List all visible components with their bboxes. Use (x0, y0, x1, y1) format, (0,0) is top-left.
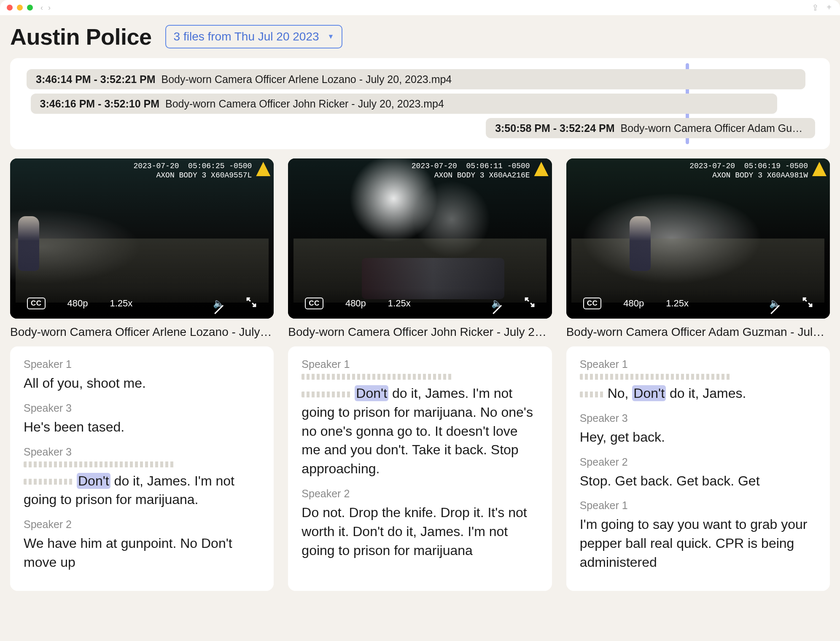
mute-button[interactable] (213, 298, 224, 309)
page-title: Austin Police (10, 24, 152, 50)
video-timestamp-overlay: 2023-07-20 05:06:25 -0500AXON BODY 3 X60… (133, 162, 252, 180)
transcript-segment[interactable]: Speaker 2Stop. Get back. Get back. Get (580, 456, 816, 491)
utterance-text: Do not. Drop the knife. Drop it. It's no… (302, 503, 538, 560)
mute-button[interactable] (491, 298, 502, 309)
video-controls: CC480p1.25x (288, 288, 552, 319)
transcript-segment[interactable]: Speaker 3Hey, get back. (580, 412, 816, 447)
timeline-clip-time: 3:46:14 PM - 3:52:21 PM (36, 73, 155, 86)
waveform-icon (302, 374, 453, 380)
timeline-clip-name: Body-worn Camera Officer John Ricker - J… (165, 98, 444, 110)
highlighted-word: Don't (632, 385, 666, 401)
speaker-label: Speaker 3 (24, 402, 260, 414)
fade-overlay (288, 566, 552, 591)
waveform-icon (24, 479, 74, 485)
waveform-icon (580, 374, 732, 380)
add-button[interactable]: + (827, 3, 832, 13)
quality-button[interactable]: 480p (345, 298, 366, 309)
chevron-down-icon: ▼ (328, 33, 334, 40)
timeline-clip[interactable]: 3:46:16 PM - 3:52:10 PMBody-worn Camera … (31, 94, 778, 114)
timeline-clip[interactable]: 3:50:58 PM - 3:52:24 PMBody-worn Camera … (486, 118, 815, 138)
minimize-window-button[interactable] (17, 5, 23, 11)
transcript-panel[interactable]: Speaker 1Don't do it, James. I'm not goi… (288, 346, 552, 591)
speaker-label: Speaker 2 (302, 488, 538, 500)
transcript-panel[interactable]: Speaker 1All of you, shoot me.Speaker 3H… (10, 346, 274, 591)
speed-button[interactable]: 1.25x (666, 298, 689, 309)
timeline-clip-name: Body-worn Camera Officer Arlene Lozano -… (161, 73, 452, 86)
window-titlebar: ‹ › ⇪ + (0, 0, 840, 15)
quality-button[interactable]: 480p (67, 298, 88, 309)
utterance-text: Hey, get back. (580, 428, 816, 447)
waveform-icon (302, 392, 352, 397)
highlighted-word: Don't (355, 385, 388, 401)
utterance-text: All of you, shoot me. (24, 374, 260, 393)
speaker-label: Speaker 1 (580, 499, 816, 512)
maximize-window-button[interactable] (27, 5, 33, 11)
video-player[interactable]: 2023-07-20 05:06:25 -0500AXON BODY 3 X60… (10, 158, 274, 319)
video-title: Body-worn Camera Officer Arlene Lozano -… (10, 325, 274, 339)
utterance-text: I'm going to say you want to grab your p… (580, 515, 816, 571)
speaker-label: Speaker 1 (24, 358, 260, 370)
video-card: 2023-07-20 05:06:25 -0500AXON BODY 3 X60… (10, 158, 274, 591)
volume-muted-icon (491, 298, 503, 308)
transcript-segment[interactable]: Speaker 3Don't do it, James. I'm not goi… (24, 446, 260, 510)
speaker-label: Speaker 3 (580, 412, 816, 424)
timeline-row: 3:50:58 PM - 3:52:24 PMBody-worn Camera … (19, 118, 821, 138)
transcript-segment[interactable]: Speaker 2We have him at gunpoint. No Don… (24, 518, 260, 572)
timeline-row: 3:46:14 PM - 3:52:21 PMBody-worn Camera … (19, 69, 821, 89)
video-card: 2023-07-20 05:06:19 -0500AXON BODY 3 X60… (566, 158, 830, 591)
fade-overlay (566, 566, 830, 591)
captions-button[interactable]: CC (305, 298, 323, 309)
speed-button[interactable]: 1.25x (388, 298, 411, 309)
traffic-lights (7, 5, 33, 11)
video-timestamp-overlay: 2023-07-20 05:06:19 -0500AXON BODY 3 X60… (689, 162, 808, 180)
timeline-row: 3:46:16 PM - 3:52:10 PMBody-worn Camera … (19, 94, 821, 114)
timeline: 3:46:14 PM - 3:52:21 PMBody-worn Camera … (10, 58, 830, 149)
video-card: 2023-07-20 05:06:11 -0500AXON BODY 3 X60… (288, 158, 552, 591)
transcript-segment[interactable]: Speaker 1All of you, shoot me. (24, 358, 260, 393)
video-player[interactable]: 2023-07-20 05:06:19 -0500AXON BODY 3 X60… (566, 158, 830, 319)
speaker-label: Speaker 2 (580, 456, 816, 468)
fade-overlay (10, 566, 274, 591)
video-player[interactable]: 2023-07-20 05:06:11 -0500AXON BODY 3 X60… (288, 158, 552, 319)
transcript-segment[interactable]: Speaker 1I'm going to say you want to gr… (580, 499, 816, 571)
video-controls: CC480p1.25x (566, 288, 830, 319)
speed-button[interactable]: 1.25x (110, 298, 133, 309)
utterance-text: Don't do it, James. I'm not going to pri… (24, 472, 260, 510)
captions-button[interactable]: CC (583, 298, 602, 309)
speaker-label: Speaker 2 (24, 518, 260, 531)
transcript-segment[interactable]: Speaker 1Don't do it, James. I'm not goi… (302, 358, 538, 478)
timeline-clip[interactable]: 3:46:14 PM - 3:52:21 PMBody-worn Camera … (27, 69, 805, 89)
nav-arrows: ‹ › (40, 3, 51, 12)
speaker-label: Speaker 1 (580, 358, 816, 370)
file-picker-label: 3 files from Thu Jul 20 2023 (174, 30, 319, 43)
speaker-label: Speaker 1 (302, 358, 538, 370)
transcript-segment[interactable]: Speaker 3He's been tased. (24, 402, 260, 437)
fullscreen-button[interactable] (246, 297, 257, 310)
mute-button[interactable] (769, 298, 780, 309)
transcript-panel[interactable]: Speaker 1No, Don't do it, James.Speaker … (566, 346, 830, 591)
share-button[interactable]: ⇪ (812, 3, 819, 13)
volume-muted-icon (769, 298, 781, 308)
file-picker-dropdown[interactable]: 3 files from Thu Jul 20 2023 ▼ (165, 25, 343, 48)
timeline-clip-time: 3:46:16 PM - 3:52:10 PM (40, 98, 159, 110)
highlighted-word: Don't (77, 473, 110, 489)
transcript-segment[interactable]: Speaker 2Do not. Drop the knife. Drop it… (302, 488, 538, 560)
transcript-segment[interactable]: Speaker 1No, Don't do it, James. (580, 358, 816, 403)
quality-button[interactable]: 480p (623, 298, 644, 309)
nav-back-button[interactable]: ‹ (40, 3, 43, 12)
captions-button[interactable]: CC (27, 298, 46, 309)
nav-forward-button[interactable]: › (48, 3, 51, 12)
volume-muted-icon (213, 298, 224, 308)
fullscreen-button[interactable] (802, 297, 813, 310)
fullscreen-button[interactable] (524, 297, 535, 310)
utterance-text: He's been tased. (24, 418, 260, 437)
speaker-label: Speaker 3 (24, 446, 260, 458)
utterance-text: No, Don't do it, James. (580, 384, 816, 403)
video-timestamp-overlay: 2023-07-20 05:06:11 -0500AXON BODY 3 X60… (412, 162, 530, 180)
timeline-clip-name: Body-worn Camera Officer Adam Gu… (621, 122, 803, 134)
video-controls: CC480p1.25x (10, 288, 274, 319)
timeline-clip-time: 3:50:58 PM - 3:52:24 PM (495, 122, 614, 134)
close-window-button[interactable] (7, 5, 13, 11)
utterance-text: Stop. Get back. Get back. Get (580, 472, 816, 491)
waveform-icon (580, 392, 605, 397)
